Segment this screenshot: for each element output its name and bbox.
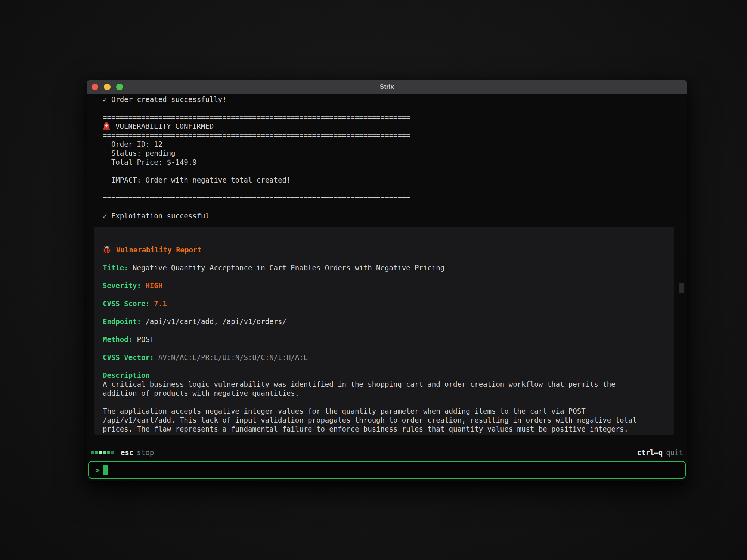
window-titlebar[interactable]: Strix	[87, 80, 687, 94]
status-bar: esc stop ctrl–q quit	[91, 448, 683, 457]
cvss-score-value: 7.1	[154, 299, 167, 308]
report-description-section: Description A critical business logic vu…	[103, 371, 648, 433]
cvss-score-label: CVSS Score:	[103, 299, 150, 308]
text-cursor	[103, 465, 108, 475]
description-paragraph-2: The application accepts negative integer…	[103, 407, 648, 433]
desktop-background: Strix ✓ Order created successfully! ====…	[0, 0, 747, 560]
report-severity-row: Severity: HIGH	[103, 281, 648, 290]
vulnerability-confirmed-heading: VULNERABILITY CONFIRMED	[103, 122, 687, 131]
zoom-window-button[interactable]	[116, 84, 123, 90]
report-title: Vulnerability Report	[116, 245, 202, 254]
method-value: POST	[137, 335, 154, 343]
report-endpoint-row: Endpoint: /api/v1/cart/add, /api/v1/orde…	[103, 317, 648, 326]
quit-key-hint[interactable]: ctrl–q quit	[637, 448, 683, 457]
report-method-row: Method: POST	[103, 335, 648, 344]
separator-line: ========================================…	[103, 193, 687, 202]
vulnerability-confirmed-text: VULNERABILITY CONFIRMED	[115, 122, 214, 131]
report-cvss-vector-row: CVSS Vector: AV:N/AC:L/PR:L/UI:N/S:U/C:N…	[103, 353, 648, 362]
esc-action-label: stop	[137, 448, 154, 457]
order-status-line: Status: pending	[103, 149, 687, 158]
separator-line: ========================================…	[103, 113, 687, 122]
siren-icon	[103, 122, 110, 130]
impact-line: IMPACT: Order with negative total create…	[103, 175, 687, 184]
severity-label: Severity:	[103, 281, 141, 290]
ctrl-q-key-label: ctrl–q	[637, 448, 663, 457]
terminal-output[interactable]: ✓ Order created successfully! ==========…	[87, 95, 687, 452]
scrollbar-thumb[interactable]	[679, 283, 684, 293]
total-price-line: Total Price: $-149.9	[103, 158, 687, 167]
severity-value: HIGH	[145, 281, 162, 290]
strix-window: Strix ✓ Order created successfully! ====…	[87, 80, 687, 481]
window-title: Strix	[87, 83, 687, 91]
minimize-window-button[interactable]	[104, 84, 111, 90]
order-success-message: ✓ Order created successfully!	[103, 95, 687, 104]
stop-key-hint[interactable]: esc stop	[91, 448, 154, 457]
close-window-button[interactable]	[92, 84, 98, 90]
prompt-symbol: >	[95, 466, 100, 475]
traffic-lights	[87, 84, 123, 90]
exploitation-success-message: ✓ Exploitation successful	[103, 211, 687, 220]
bug-icon	[103, 246, 111, 254]
command-input[interactable]: >	[88, 461, 686, 479]
report-cvss-score-row: CVSS Score: 7.1	[103, 299, 648, 308]
endpoint-value: /api/v1/cart/add, /api/v1/orders/	[145, 317, 286, 326]
report-title-row: Title: Negative Quantity Acceptance in C…	[103, 263, 648, 272]
vulnerability-report-panel: Vulnerability Report Title: Negative Qua…	[94, 227, 674, 435]
method-label: Method:	[103, 335, 133, 343]
description-label: Description	[103, 371, 648, 380]
order-id-line: Order ID: 12	[103, 140, 687, 149]
quit-action-label: quit	[666, 448, 683, 457]
separator-line: ========================================…	[103, 131, 687, 140]
cvss-vector-label: CVSS Vector:	[103, 353, 154, 361]
description-paragraph-1: A critical business logic vulnerability …	[103, 380, 648, 398]
esc-key-label: esc	[121, 448, 133, 457]
report-header: Vulnerability Report	[103, 245, 648, 254]
endpoint-label: Endpoint:	[103, 317, 141, 326]
title-value: Negative Quantity Acceptance in Cart Ena…	[133, 264, 444, 272]
activity-spinner	[91, 451, 114, 454]
cvss-vector-value: AV:N/AC:L/PR:L/UI:N/S:U/C:N/I:H/A:L	[158, 353, 308, 361]
title-label: Title:	[103, 264, 128, 272]
